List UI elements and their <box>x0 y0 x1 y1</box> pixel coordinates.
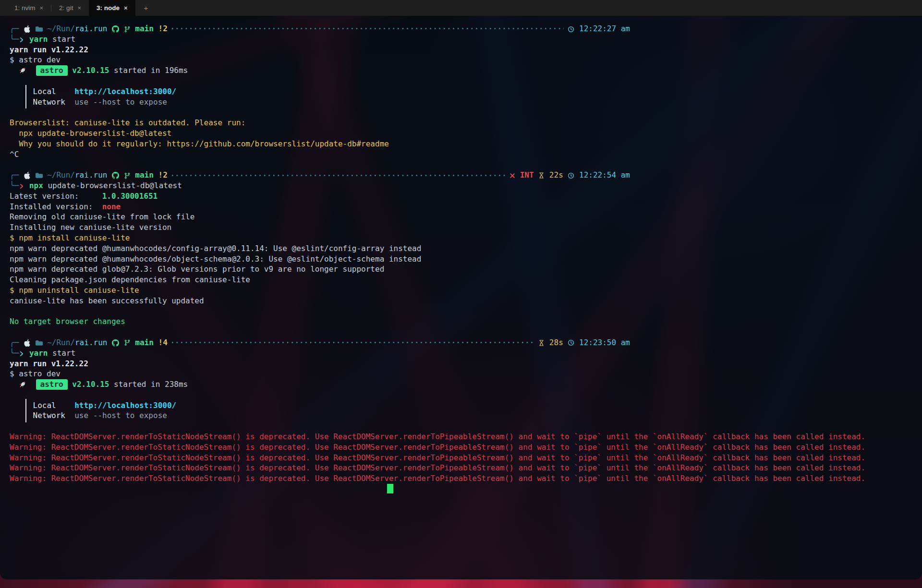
dotted-fill <box>171 174 506 177</box>
text-segment <box>68 66 73 75</box>
text-segment <box>26 380 36 389</box>
text-segment: yarn run v1.22.22 <box>10 45 88 54</box>
terminal-line: npx update-browserslist-db@latest <box>10 128 922 139</box>
apple-icon <box>24 337 31 348</box>
clock-icon <box>568 24 574 34</box>
text-segment: $ astro dev <box>10 55 61 64</box>
clock-icon <box>568 170 574 180</box>
text-segment: v2.10.15 <box>72 380 109 389</box>
chevron-icon <box>19 34 24 45</box>
terminal-line: Network use --host to expose <box>10 97 922 108</box>
localhost-link[interactable]: http://localhost:3000/ <box>74 87 176 96</box>
text-segment <box>154 170 158 180</box>
text-segment: !2 <box>158 24 168 34</box>
text-segment: started in 238ms <box>109 380 188 389</box>
terminal-line: npm warn deprecated @humanwhocodes/confi… <box>10 243 922 254</box>
text-segment: npm warn deprecated @humanwhocodes/objec… <box>10 254 421 264</box>
text-segment <box>31 170 36 180</box>
text-segment: ╭─ <box>10 337 24 348</box>
text-segment <box>154 24 158 34</box>
terminal-line: ╭─ ~/Run/rai.run main !2 INT 22s 12:22:5… <box>10 170 630 180</box>
text-segment: $ astro dev <box>10 369 61 378</box>
text-segment: none <box>102 202 121 211</box>
text-segment: npx update-browserslist-db@latest <box>10 129 171 138</box>
apple-icon <box>24 24 31 34</box>
text-segment: Warning: ReactDOMServer.renderToStaticNo… <box>10 463 865 472</box>
text-segment <box>43 170 48 180</box>
terminal-line <box>10 306 922 317</box>
close-icon[interactable]: × <box>40 4 44 12</box>
text-segment: Removing old caniuse-lite from lock file <box>10 212 194 221</box>
text-segment: npx <box>29 181 43 190</box>
text-segment: v2.10.15 <box>72 66 109 75</box>
text-segment: started in 196ms <box>109 66 188 75</box>
text-segment: 12:22:27 am <box>574 24 630 34</box>
text-segment: !2 <box>158 170 168 180</box>
close-icon[interactable]: × <box>77 4 81 12</box>
text-segment: $ npm install caniuse-lite <box>10 233 130 242</box>
tab-3-node[interactable]: 3: node × <box>89 0 135 16</box>
new-tab-button[interactable]: + <box>135 0 157 16</box>
text-segment: start <box>48 348 75 358</box>
terminal-line: Latest version: 1.0.30001651 <box>10 191 922 202</box>
localhost-link[interactable]: http://localhost:3000/ <box>74 401 176 410</box>
rocket-icon <box>19 65 26 76</box>
terminal-line: Warning: ReactDOMServer.renderToStaticNo… <box>10 453 922 463</box>
terminal-line <box>10 421 922 432</box>
text-segment: main <box>135 337 154 348</box>
text-segment: rai.run <box>75 170 107 180</box>
text-segment: INT <box>515 170 538 180</box>
apple-icon <box>24 170 31 180</box>
text-segment <box>24 35 29 44</box>
text-segment: 1.0.30001651 <box>102 192 158 201</box>
text-segment <box>131 170 135 180</box>
text-segment: yarn <box>29 348 48 358</box>
terminal-line: $ astro dev <box>10 369 922 379</box>
text-segment: Installed version: <box>10 202 102 211</box>
tab-2-git[interactable]: 2: git × <box>51 0 89 16</box>
text-segment: No target browser changes <box>10 317 125 326</box>
folder-icon <box>36 337 43 348</box>
folder-icon <box>36 24 43 34</box>
terminal-line: astro v2.10.15 started in 238ms <box>10 379 922 390</box>
text-segment: 12:22:54 am <box>574 170 630 180</box>
cross-icon <box>510 170 515 180</box>
text-segment <box>43 24 48 34</box>
text-segment: Network <box>28 411 74 420</box>
text-segment: caniuse-lite has been successfully updat… <box>10 296 204 305</box>
folder-icon <box>36 170 43 180</box>
terminal-line: Local http://localhost:3000/ <box>10 400 922 411</box>
text-segment: Warning: ReactDOMServer.renderToStaticNo… <box>10 453 865 462</box>
text-segment <box>154 337 158 348</box>
text-segment: ~/Run/ <box>47 24 75 34</box>
terminal-line <box>10 76 922 86</box>
text-segment <box>24 348 29 358</box>
github-icon <box>112 24 119 34</box>
text-segment <box>26 66 36 75</box>
terminal-output[interactable]: ╭─ ~/Run/rai.run main !2 12:22:27 am╰─ y… <box>0 16 922 588</box>
terminal-line: $ astro dev <box>10 55 922 65</box>
github-icon <box>112 170 119 180</box>
text-segment: start <box>48 35 75 44</box>
update-db-readme-link[interactable]: https://github.com/browserslist/update-d… <box>167 139 389 148</box>
text-segment <box>10 401 24 410</box>
text-segment: Latest version: <box>10 192 102 201</box>
terminal-line: Local http://localhost:3000/ <box>10 86 922 97</box>
text-segment <box>10 97 24 107</box>
text-segment: yarn run v1.22.22 <box>10 359 88 368</box>
terminal-line: Cleaning package.json dependencies from … <box>10 275 922 285</box>
chevron-icon <box>19 180 24 191</box>
text-segment: Network <box>28 97 74 107</box>
close-icon[interactable]: × <box>124 4 128 12</box>
tab-1-nvim[interactable]: 1: nvim × <box>7 0 51 16</box>
tab-label: 1: nvim <box>14 4 36 12</box>
text-segment <box>10 380 19 389</box>
branch-icon <box>124 24 131 34</box>
text-segment: ╰─ <box>10 348 19 358</box>
text-segment <box>107 170 112 180</box>
text-segment: $ npm uninstall caniuse-lite <box>10 286 139 295</box>
text-segment: use --host to expose <box>74 411 167 420</box>
terminal-line: npm warn deprecated @humanwhocodes/objec… <box>10 254 922 264</box>
vertical-bar <box>24 410 28 421</box>
text-segment <box>10 66 19 75</box>
